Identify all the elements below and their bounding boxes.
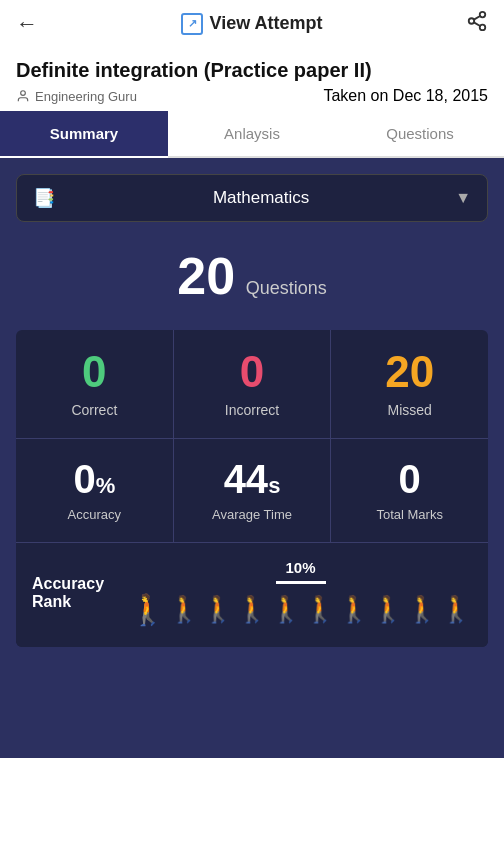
rank-percent: 10% <box>285 559 315 576</box>
total-marks-value-container: 0 <box>399 459 421 499</box>
questions-number: 20 <box>177 247 235 305</box>
questions-count: 20 Questions <box>16 246 488 306</box>
rank-percent-container: 10% <box>285 559 315 577</box>
person-figure-9: 🚶 <box>406 594 438 625</box>
tab-questions-label: Questions <box>386 125 454 142</box>
svg-line-4 <box>474 16 480 20</box>
header-title-area: ↗ View Attempt <box>181 13 322 35</box>
stats-bottom-row: 0% Accuracy 44s Avarage Time 0 Total Mar… <box>16 439 488 542</box>
person-figure-8: 🚶 <box>372 594 404 625</box>
header-title: View Attempt <box>209 13 322 34</box>
avg-time-number: 44 <box>224 457 269 501</box>
person-figure-5: 🚶 <box>270 594 302 625</box>
stat-missed: 20 Missed <box>331 330 488 438</box>
chevron-down-icon: ▼ <box>455 189 471 207</box>
book-icon: 📑 <box>33 187 55 209</box>
stat-accuracy: 0% Accuracy <box>16 439 174 542</box>
rank-content-row: Accuracy Rank 10% 🚶 🚶 🚶 🚶 � <box>32 559 472 627</box>
accuracy-rank-section: Accuracy Rank 10% 🚶 🚶 🚶 🚶 � <box>16 542 488 647</box>
rank-indicator-bar <box>276 581 326 584</box>
accuracy-rank-label: Accuracy Rank <box>32 575 104 610</box>
accuracy-unit: % <box>96 473 116 498</box>
stats-top-row: 0 Correct 0 Incorrect 20 Missed <box>16 330 488 439</box>
svg-line-3 <box>474 22 480 26</box>
view-attempt-icon: ↗ <box>181 13 203 35</box>
back-button[interactable]: ← <box>16 11 38 37</box>
accuracy-value-container: 0% <box>73 459 115 499</box>
date-label: Taken on Dec 18, 2015 <box>323 87 488 105</box>
svg-point-5 <box>21 91 26 96</box>
stat-correct: 0 Correct <box>16 330 174 438</box>
subject-dropdown[interactable]: 📑 Mathematics ▼ <box>16 174 488 222</box>
page-title: Definite integration (Practice paper II) <box>16 57 488 83</box>
total-marks-label: Total Marks <box>376 507 442 522</box>
person-figure-10: 🚶 <box>440 594 472 625</box>
missed-value: 20 <box>385 350 434 394</box>
incorrect-value: 0 <box>240 350 264 394</box>
person-figure-6: 🚶 <box>304 594 336 625</box>
person-figure-2: 🚶 <box>168 594 200 625</box>
author-info: Engineering Guru <box>16 89 137 104</box>
main-content: 📑 Mathematics ▼ 20 Questions 0 Correct 0… <box>0 158 504 758</box>
title-section: Definite integration (Practice paper II)… <box>0 47 504 111</box>
tab-summary-label: Summary <box>50 125 118 142</box>
accuracy-rank-label-container: Accuracy Rank <box>32 575 117 611</box>
tab-questions[interactable]: Questions <box>336 111 504 156</box>
tab-analysis-label: Anlaysis <box>224 125 280 142</box>
questions-label: Questions <box>246 278 327 298</box>
person-figure-highlight: 🚶 <box>129 592 166 627</box>
stat-incorrect: 0 Incorrect <box>174 330 332 438</box>
missed-label: Missed <box>388 402 432 418</box>
header: ← ↗ View Attempt <box>0 0 504 47</box>
avg-time-value-container: 44s <box>224 459 281 499</box>
avg-time-label: Avarage Time <box>212 507 292 522</box>
avg-time-unit: s <box>268 473 280 498</box>
person-figure-4: 🚶 <box>236 594 268 625</box>
tab-bar: Summary Anlaysis Questions <box>0 111 504 158</box>
rank-figures-row: 🚶 🚶 🚶 🚶 🚶 🚶 🚶 🚶 🚶 🚶 <box>129 592 472 627</box>
total-marks-number: 0 <box>399 457 421 501</box>
subject-name: Mathematics <box>67 188 455 208</box>
rank-visual: 10% 🚶 🚶 🚶 🚶 🚶 🚶 🚶 🚶 🚶 <box>129 559 472 627</box>
stat-avg-time: 44s Avarage Time <box>174 439 332 542</box>
stat-total-marks: 0 Total Marks <box>331 439 488 542</box>
title-meta: Engineering Guru Taken on Dec 18, 2015 <box>16 87 488 105</box>
stats-grid: 0 Correct 0 Incorrect 20 Missed 0% Accur… <box>16 330 488 647</box>
incorrect-label: Incorrect <box>225 402 279 418</box>
person-figure-3: 🚶 <box>202 594 234 625</box>
tab-analysis[interactable]: Anlaysis <box>168 111 336 156</box>
correct-label: Correct <box>71 402 117 418</box>
tab-summary[interactable]: Summary <box>0 111 168 156</box>
accuracy-label: Accuracy <box>68 507 121 522</box>
person-figure-7: 🚶 <box>338 594 370 625</box>
share-button[interactable] <box>466 10 488 37</box>
author-name: Engineering Guru <box>35 89 137 104</box>
accuracy-number: 0 <box>73 457 95 501</box>
correct-value: 0 <box>82 350 106 394</box>
